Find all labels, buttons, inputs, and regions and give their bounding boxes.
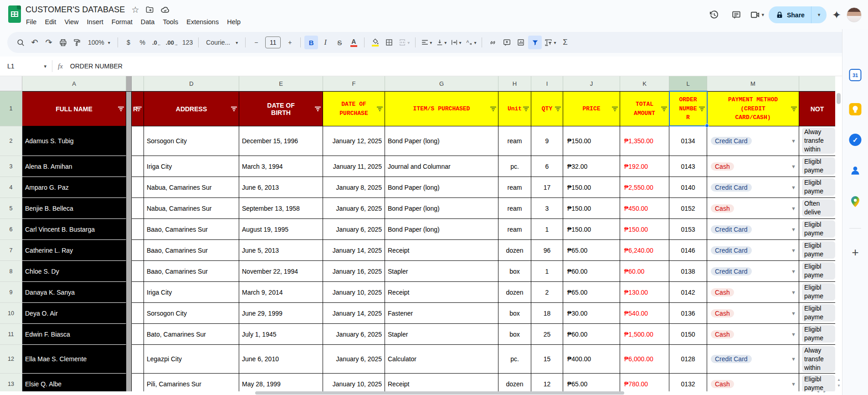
share-button[interactable]: Share ▾ bbox=[769, 6, 827, 23]
menu-item-file[interactable]: File bbox=[22, 17, 41, 27]
note-chip[interactable]: Eligibl payme bbox=[802, 325, 835, 343]
column-letter-A[interactable]: A bbox=[22, 76, 126, 91]
cell-purchase_date-6[interactable]: January 6, 2025 bbox=[323, 219, 385, 240]
cell-purchase_date-7[interactable]: January 14, 2025 bbox=[323, 240, 385, 261]
cell-item-5[interactable]: Bond Paper (long) bbox=[385, 198, 498, 219]
payment-chip[interactable]: Cash bbox=[711, 330, 734, 338]
cell-qty-12[interactable]: 15 bbox=[531, 345, 563, 374]
cell-band-13[interactable] bbox=[126, 374, 132, 391]
cell-note-11[interactable]: Eligibl payme bbox=[799, 324, 835, 345]
cell-item-13[interactable]: Receipt bbox=[385, 374, 498, 391]
cell-price-7[interactable]: ₱65.00 bbox=[563, 240, 620, 261]
cell-price-12[interactable]: ₱400.00 bbox=[563, 345, 620, 374]
meet-dropdown-icon[interactable]: ▾ bbox=[761, 12, 764, 18]
cell-purchase_date-5[interactable]: January 6, 2025 bbox=[323, 198, 385, 219]
vertical-scroll-arrows[interactable]: ▲▼ bbox=[837, 378, 841, 388]
filter-icon[interactable] bbox=[699, 106, 705, 111]
cell-col_c-9[interactable] bbox=[132, 282, 144, 303]
payment-chip[interactable]: Credit Card bbox=[711, 246, 752, 255]
cell-order-12[interactable]: 0128 bbox=[669, 345, 707, 374]
row-number-2[interactable]: 2 bbox=[0, 126, 22, 156]
more-formats-button[interactable]: 123 bbox=[180, 36, 195, 49]
cell-item-4[interactable]: Bond Paper (long) bbox=[385, 177, 498, 198]
cell-band-6[interactable] bbox=[126, 219, 132, 240]
merge-cells-button[interactable]: ▾ bbox=[396, 36, 411, 49]
star-icon[interactable]: ☆ bbox=[131, 5, 139, 14]
column-header-note[interactable]: NOT bbox=[799, 91, 835, 126]
cell-unit-6[interactable]: ream bbox=[498, 219, 531, 240]
column-header-band[interactable] bbox=[126, 91, 132, 126]
cell-name-11[interactable]: Edwin F. Biasca bbox=[22, 324, 126, 345]
cell-item-10[interactable]: Fastener bbox=[385, 303, 498, 324]
cell-unit-5[interactable]: ream bbox=[498, 198, 531, 219]
cell-payment-9[interactable]: Cash▼ bbox=[707, 282, 799, 303]
row-number-6[interactable]: 6 bbox=[0, 219, 22, 240]
cell-address-8[interactable]: Baao, Camarines Sur bbox=[144, 261, 239, 282]
note-chip[interactable]: Eligibl payme bbox=[802, 262, 835, 280]
cell-address-9[interactable]: Iriga City bbox=[144, 282, 239, 303]
filter-icon[interactable] bbox=[136, 106, 142, 111]
cell-order-3[interactable]: 0143 bbox=[669, 156, 707, 177]
cell-item-6[interactable]: Bond Paper (long) bbox=[385, 219, 498, 240]
row-number-8[interactable]: 8 bbox=[0, 261, 22, 282]
gemini-icon[interactable]: ✦ bbox=[832, 9, 841, 21]
cell-total-3[interactable]: ₱192.00 bbox=[620, 156, 669, 177]
cell-order-11[interactable]: 0150 bbox=[669, 324, 707, 345]
cell-order-2[interactable]: 0134 bbox=[669, 126, 707, 156]
cell-band-12[interactable] bbox=[126, 345, 132, 374]
cell-note-4[interactable]: Eligibl payme bbox=[799, 177, 835, 198]
menu-item-insert[interactable]: Insert bbox=[83, 17, 108, 27]
cell-unit-7[interactable]: dozen bbox=[498, 240, 531, 261]
cell-price-11[interactable]: ₱60.00 bbox=[563, 324, 620, 345]
cell-note-5[interactable]: Often delive bbox=[799, 198, 835, 219]
increase-decimal-button[interactable]: .00→ bbox=[164, 36, 180, 49]
cell-band-9[interactable] bbox=[126, 282, 132, 303]
cell-price-5[interactable]: ₱150.00 bbox=[563, 198, 620, 219]
cell-total-10[interactable]: ₱540.00 bbox=[620, 303, 669, 324]
filter-icon[interactable] bbox=[791, 106, 797, 111]
cell-qty-9[interactable]: 2 bbox=[531, 282, 563, 303]
cell-name-12[interactable]: Ella Mae S. Clemente bbox=[22, 345, 126, 374]
create-filter-button[interactable] bbox=[528, 36, 542, 49]
cell-unit-9[interactable]: dozen bbox=[498, 282, 531, 303]
cell-note-10[interactable]: Eligibl payme bbox=[799, 303, 835, 324]
format-percent-button[interactable]: % bbox=[136, 36, 149, 49]
cell-unit-12[interactable]: pc. bbox=[498, 345, 531, 374]
redo-button[interactable]: ↷ bbox=[42, 36, 56, 49]
vertical-scrollbar[interactable] bbox=[837, 93, 841, 104]
cell-total-8[interactable]: ₱60.00 bbox=[620, 261, 669, 282]
column-letter[interactable] bbox=[132, 76, 144, 91]
filter-icon[interactable] bbox=[118, 106, 124, 111]
column-letter-L[interactable]: L bbox=[669, 76, 707, 91]
cell-order-5[interactable]: 0152 bbox=[669, 198, 707, 219]
payment-chip[interactable]: Credit Card bbox=[711, 267, 752, 275]
row-number-9[interactable]: 9 bbox=[0, 282, 22, 303]
cell-unit-8[interactable]: box bbox=[498, 261, 531, 282]
filter-icon[interactable] bbox=[523, 106, 529, 111]
cell-total-6[interactable]: ₱150.00 bbox=[620, 219, 669, 240]
horizontal-scrollbar[interactable] bbox=[255, 391, 624, 395]
cell-price-2[interactable]: ₱150.00 bbox=[563, 126, 620, 156]
payment-chip[interactable]: Cash bbox=[711, 288, 734, 296]
payment-chip[interactable]: Credit Card bbox=[711, 355, 752, 363]
cell-purchase_date-8[interactable]: January 16, 2025 bbox=[323, 261, 385, 282]
cell-purchase_date-4[interactable]: January 8, 2025 bbox=[323, 177, 385, 198]
cell-band-10[interactable] bbox=[126, 303, 132, 324]
note-chip[interactable]: Alway transfe within bbox=[802, 346, 835, 372]
cell-address-6[interactable]: Baao, Camarines Sur bbox=[144, 219, 239, 240]
row-number-13[interactable]: 13 bbox=[0, 374, 22, 391]
payment-dropdown-icon[interactable]: ▼ bbox=[791, 206, 796, 211]
payment-dropdown-icon[interactable]: ▼ bbox=[791, 227, 796, 232]
payment-dropdown-icon[interactable]: ▼ bbox=[791, 138, 796, 144]
column-letter-H[interactable]: H bbox=[498, 76, 531, 91]
column-letter-G[interactable]: G bbox=[385, 76, 498, 91]
payment-dropdown-icon[interactable]: ▼ bbox=[791, 290, 796, 295]
cell-dob-11[interactable]: July 1, 1945 bbox=[239, 324, 323, 345]
menu-item-tools[interactable]: Tools bbox=[159, 17, 182, 27]
row-number-11[interactable]: 11 bbox=[0, 324, 22, 345]
cell-qty-7[interactable]: 96 bbox=[531, 240, 563, 261]
column-letter-F[interactable]: F bbox=[323, 76, 385, 91]
row-number-3[interactable]: 3 bbox=[0, 156, 22, 177]
cell-band-5[interactable] bbox=[126, 198, 132, 219]
formula-input[interactable]: ORDER NUMBER bbox=[70, 62, 123, 70]
